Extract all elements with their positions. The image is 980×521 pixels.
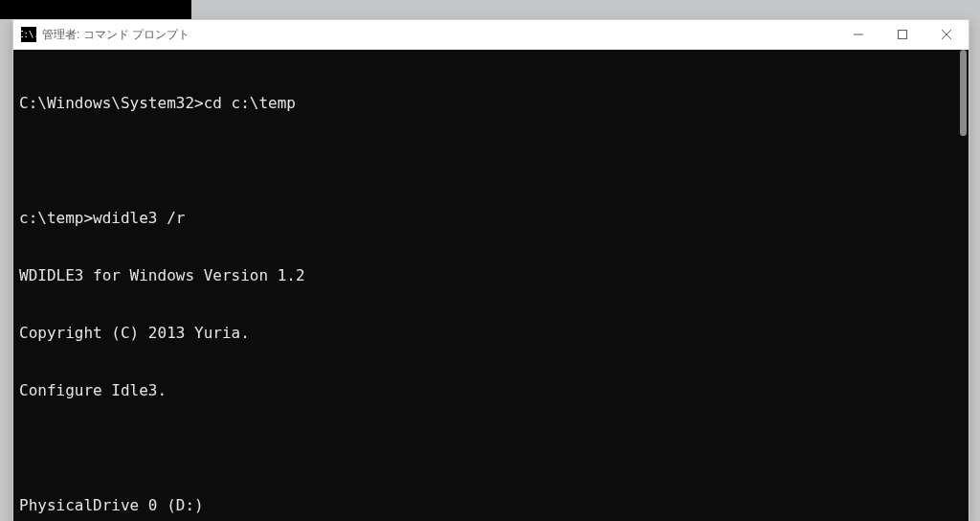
- terminal-area[interactable]: C:\Windows\System32>cd c:\temp c:\temp>w…: [13, 50, 969, 521]
- cmd-icon: C:\.: [21, 27, 36, 42]
- titlebar[interactable]: C:\. 管理者: コマンド プロンプト: [13, 20, 969, 50]
- prompt-line: c:\temp>wdidle3 /r: [13, 209, 969, 228]
- output-line: PhysicalDrive 0 (D:): [13, 496, 969, 515]
- output-line: Copyright (C) 2013 Yuria.: [13, 324, 969, 343]
- svg-rect-1: [899, 31, 907, 39]
- window-controls: [836, 20, 969, 49]
- close-button[interactable]: [924, 20, 969, 49]
- command-prompt-window: C:\. 管理者: コマンド プロンプト C:\Windows\System32…: [12, 19, 969, 521]
- output-line: WDIDLE3 for Windows Version 1.2: [13, 266, 969, 285]
- output-line: Configure Idle3.: [13, 381, 969, 400]
- window-title: 管理者: コマンド プロンプト: [42, 27, 189, 43]
- maximize-button[interactable]: [880, 20, 924, 49]
- minimize-button[interactable]: [836, 20, 880, 49]
- scrollbar-thumb[interactable]: [960, 50, 967, 136]
- prompt-line: C:\Windows\System32>cd c:\temp: [13, 94, 969, 113]
